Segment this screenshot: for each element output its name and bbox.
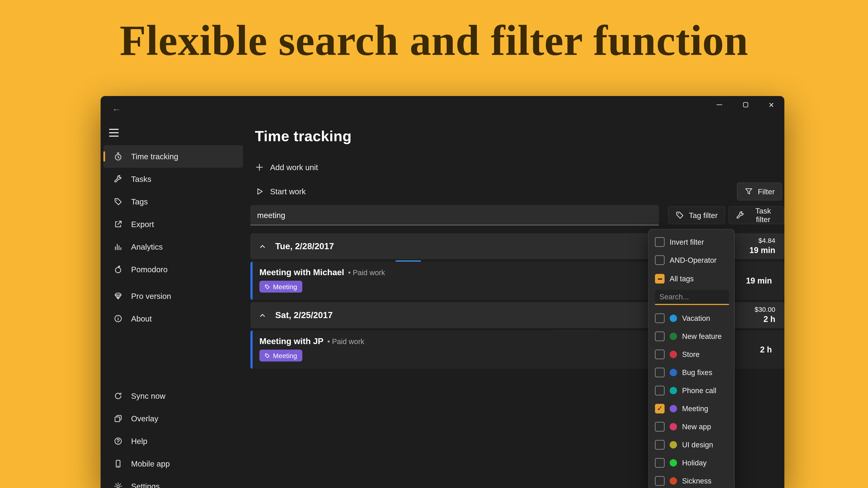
tag-checkbox[interactable] bbox=[655, 367, 665, 377]
hamburger-icon[interactable] bbox=[109, 129, 119, 136]
arrow-left-icon: ← bbox=[112, 103, 121, 113]
titlebar: ← × bbox=[101, 96, 784, 120]
sidebar-item-label: Tasks bbox=[131, 175, 151, 184]
window-controls: × bbox=[706, 96, 784, 113]
tag-option-vacation[interactable]: Vacation bbox=[649, 309, 734, 327]
tag-color-dot bbox=[670, 423, 677, 430]
add-work-unit-button[interactable]: Add work unit bbox=[255, 160, 318, 174]
sidebar-item-tags[interactable]: Tags bbox=[103, 191, 243, 213]
tag-option-label: Meeting bbox=[682, 404, 708, 413]
chevron-up-icon[interactable] bbox=[258, 311, 267, 320]
tag-option-label: Phone call bbox=[682, 386, 717, 395]
sidebar-item-settings[interactable]: Settings bbox=[103, 475, 243, 488]
tag-option-new-app[interactable]: New app bbox=[649, 418, 734, 435]
overlay-icon bbox=[114, 414, 123, 423]
tag-checkbox[interactable] bbox=[655, 331, 665, 341]
sidebar-item-label: Sync now bbox=[131, 392, 165, 400]
back-button[interactable]: ← bbox=[110, 102, 123, 115]
tag-option-holiday[interactable]: Holiday bbox=[649, 454, 734, 472]
tag-option-store[interactable]: Store bbox=[649, 345, 734, 363]
sidebar-item-label: Settings bbox=[131, 482, 160, 488]
tag-option-ui-design[interactable]: UI design bbox=[649, 435, 734, 454]
tag-option-meeting[interactable]: Meeting bbox=[649, 399, 734, 418]
close-icon: × bbox=[769, 100, 774, 109]
task-filter-label: Task filter bbox=[749, 207, 777, 224]
add-work-unit-label: Add work unit bbox=[270, 163, 318, 172]
sidebar-item-mobile-app[interactable]: Mobile app bbox=[103, 453, 243, 475]
work-unit-meta: • Paid work bbox=[327, 337, 364, 346]
maximize-button[interactable] bbox=[733, 96, 758, 113]
close-button[interactable]: × bbox=[758, 96, 784, 113]
tag-option-sickness[interactable]: Sickness bbox=[649, 472, 734, 488]
tag-icon bbox=[265, 353, 270, 358]
sidebar-item-label: Pomodoro bbox=[131, 265, 167, 274]
sidebar-item-about[interactable]: About bbox=[103, 307, 243, 330]
search-input[interactable] bbox=[250, 205, 659, 225]
tag-icon bbox=[114, 197, 123, 206]
task-filter-button[interactable]: Task filter bbox=[728, 206, 784, 224]
tag-search-input[interactable] bbox=[655, 290, 729, 305]
invert-filter-option[interactable]: Invert filter bbox=[649, 233, 734, 251]
all-tags-label: All tags bbox=[670, 274, 694, 283]
tag-option-label: Vacation bbox=[682, 314, 710, 322]
tag-color-dot bbox=[670, 387, 677, 394]
info-icon bbox=[114, 314, 123, 323]
sidebar-item-label: About bbox=[131, 314, 152, 323]
play-icon bbox=[255, 187, 264, 196]
tag-color-dot bbox=[670, 314, 677, 322]
phone-icon bbox=[114, 459, 123, 468]
page-title: Time tracking bbox=[255, 128, 352, 145]
tag-option-bug-fixes[interactable]: Bug fixes bbox=[649, 363, 734, 381]
sidebar-item-export[interactable]: Export bbox=[103, 213, 243, 236]
hero-title: Flexible search and filter function bbox=[0, 16, 868, 65]
tag-filter-button[interactable]: Tag filter bbox=[668, 206, 725, 224]
stopwatch-icon bbox=[114, 152, 123, 161]
sidebar-item-time-tracking[interactable]: Time tracking bbox=[103, 145, 243, 168]
plus-icon bbox=[255, 163, 264, 172]
tag-option-label: Holiday bbox=[682, 458, 707, 467]
and-operator-checkbox[interactable] bbox=[655, 255, 665, 265]
tag-option-phone-call[interactable]: Phone call bbox=[649, 381, 734, 399]
tag-filter-panel: Invert filter AND-Operator All tags Vaca… bbox=[648, 229, 735, 488]
stage: Flexible search and filter function ← × … bbox=[0, 0, 868, 488]
filter-button[interactable]: Filter bbox=[737, 183, 782, 201]
sidebar-item-overlay[interactable]: Overlay bbox=[103, 408, 243, 430]
tag-option-label: UI design bbox=[682, 440, 713, 449]
all-tags-checkbox[interactable] bbox=[655, 273, 665, 283]
chevron-up-icon[interactable] bbox=[258, 242, 267, 251]
tag-checkbox[interactable] bbox=[655, 385, 665, 395]
sidebar-item-pomodoro[interactable]: Pomodoro bbox=[103, 258, 243, 281]
sidebar-item-help[interactable]: Help bbox=[103, 430, 243, 453]
all-tags-option[interactable]: All tags bbox=[649, 269, 734, 288]
sidebar-item-label: Tags bbox=[131, 197, 148, 206]
tag-option-new-feature[interactable]: New feature bbox=[649, 327, 734, 345]
tag-checkbox[interactable] bbox=[655, 476, 665, 486]
sidebar-item-analytics[interactable]: Analytics bbox=[103, 236, 243, 258]
minimize-button[interactable] bbox=[706, 96, 733, 113]
sidebar-item-label: Overlay bbox=[131, 414, 158, 423]
tag-option-label: Bug fixes bbox=[682, 368, 712, 377]
tag-checkbox[interactable] bbox=[655, 440, 665, 449]
sidebar-item-label: Help bbox=[131, 437, 147, 446]
start-work-button[interactable]: Start work bbox=[255, 185, 306, 198]
tag-checkbox[interactable] bbox=[655, 403, 665, 413]
sidebar-item-label: Mobile app bbox=[131, 459, 170, 468]
sidebar-item-tasks[interactable]: Tasks bbox=[103, 168, 243, 191]
work-unit-title: Meeting with JP bbox=[259, 336, 323, 346]
tag-checkbox[interactable] bbox=[655, 313, 665, 323]
sidebar-item-pro-version[interactable]: Pro version bbox=[103, 285, 243, 307]
and-operator-label: AND-Operator bbox=[670, 256, 717, 264]
sidebar-item-sync-now[interactable]: Sync now bbox=[103, 385, 243, 408]
tomato-timer-icon bbox=[114, 265, 123, 274]
tag-checkbox[interactable] bbox=[655, 349, 665, 359]
invert-filter-checkbox[interactable] bbox=[655, 237, 665, 247]
tag-chip-label: Meeting bbox=[273, 283, 297, 291]
tag-checkbox[interactable] bbox=[655, 458, 665, 467]
tag-checkbox[interactable] bbox=[655, 422, 665, 431]
tag-color-dot bbox=[670, 441, 677, 448]
filter-button-label: Filter bbox=[758, 187, 775, 196]
tag-chip[interactable]: Meeting bbox=[259, 281, 302, 293]
and-operator-option[interactable]: AND-Operator bbox=[649, 251, 734, 269]
tag-chip[interactable]: Meeting bbox=[259, 350, 302, 362]
tag-option-label: Store bbox=[682, 350, 700, 359]
